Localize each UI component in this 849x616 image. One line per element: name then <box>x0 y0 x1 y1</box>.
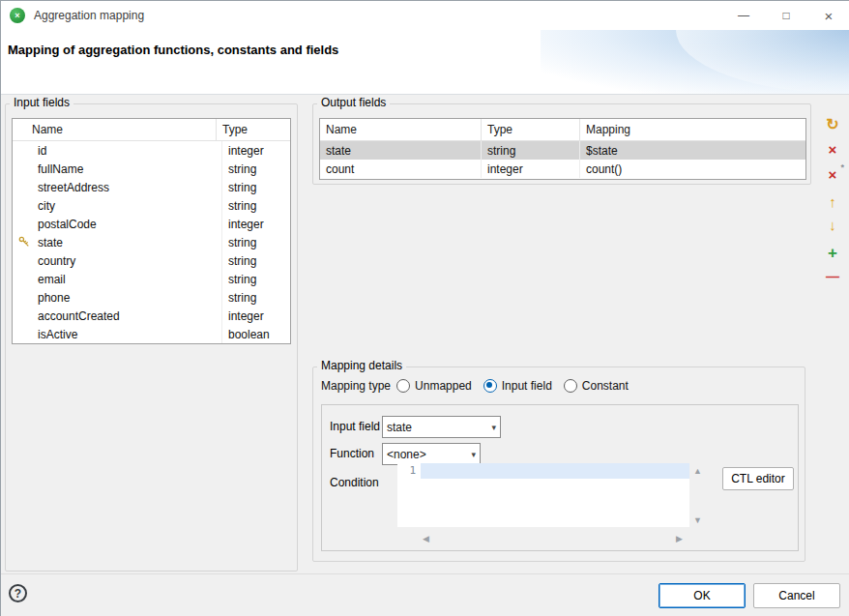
maximize-icon[interactable]: □ <box>765 1 807 30</box>
table-row[interactable]: count integer count() <box>320 160 805 178</box>
scroll-right-icon[interactable]: ▶ <box>676 534 683 543</box>
radio-label: Input field <box>502 379 552 393</box>
aggregation-mapping-dialog: × Aggregation mapping — □ × Mapping of a… <box>0 0 849 616</box>
column-header-type[interactable]: Type <box>217 119 290 140</box>
cell-type: string <box>222 251 290 270</box>
input-fields-group-label: Input fields <box>10 96 73 109</box>
column-header-type[interactable]: Type <box>482 119 580 140</box>
output-table-header: Name Type Mapping <box>320 119 805 141</box>
cell-name-text: state <box>38 236 63 249</box>
function-label: Function <box>330 447 374 460</box>
header-gradient-decoration <box>541 30 849 94</box>
radio-circle <box>564 379 577 393</box>
add-field-icon[interactable]: + <box>822 245 843 262</box>
cell-type: string <box>222 196 290 215</box>
cell-type: string <box>222 233 290 251</box>
key-icon <box>18 236 30 248</box>
table-row[interactable]: phone string <box>13 288 290 307</box>
cell-type: string <box>222 288 290 307</box>
table-row[interactable]: email string <box>13 270 290 288</box>
cell-type: boolean <box>222 325 290 343</box>
move-up-icon[interactable]: ↑ <box>822 192 843 210</box>
window-title: Aggregation mapping <box>34 9 144 22</box>
condition-label: Condition <box>330 476 379 489</box>
output-fields-table: Name Type Mapping state string $state co… <box>319 118 806 180</box>
table-row[interactable]: id integer <box>13 141 290 160</box>
delete-all-glyph: × <box>829 166 837 183</box>
cell-type: string <box>222 270 290 288</box>
cell-mapping: count() <box>580 160 805 178</box>
line-number: 1 <box>409 464 416 477</box>
cell-name: country <box>13 251 222 270</box>
ok-button[interactable]: OK <box>659 583 746 608</box>
app-icon: × <box>10 8 25 23</box>
condition-editor[interactable]: 1 <box>397 463 689 527</box>
radio-circle-selected <box>483 379 497 393</box>
close-icon[interactable]: × <box>807 1 849 30</box>
table-row[interactable]: state string <box>13 233 290 251</box>
function-select[interactable]: <none> ▾ <box>382 443 481 465</box>
delete-all-badge: * <box>840 162 844 172</box>
condition-code-area[interactable] <box>421 463 689 527</box>
cell-name: email <box>13 270 222 288</box>
chevron-down-icon: ▾ <box>491 423 496 432</box>
table-row[interactable]: accountCreated integer <box>13 307 290 325</box>
cell-name: postalCode <box>13 215 222 233</box>
cell-type: string <box>222 160 290 178</box>
radio-unmapped[interactable]: Unmapped <box>396 379 472 393</box>
input-field-select[interactable]: state ▾ <box>382 416 501 438</box>
radio-circle <box>396 379 410 393</box>
input-table-header: Name Type <box>13 119 290 141</box>
mapping-type-row: Mapping type Unmapped Input field Consta… <box>321 379 640 393</box>
cell-type: integer <box>222 307 290 325</box>
table-row[interactable]: fullName string <box>13 160 290 178</box>
radio-label: Unmapped <box>415 379 472 393</box>
delete-mapping-icon[interactable]: × <box>822 140 843 158</box>
move-down-icon[interactable]: ↓ <box>822 216 843 233</box>
table-row[interactable]: isActive boolean <box>13 325 290 343</box>
radio-input-field[interactable]: Input field <box>483 379 552 393</box>
radio-constant[interactable]: Constant <box>564 379 629 393</box>
table-row[interactable]: country string <box>13 251 290 270</box>
output-fields-group-label: Output fields <box>317 96 390 109</box>
dialog-header: Mapping of aggregation functions, consta… <box>1 30 849 95</box>
help-icon[interactable]: ? <box>9 584 27 602</box>
line-number-gutter: 1 <box>397 463 421 527</box>
remove-field-icon[interactable]: — <box>822 268 843 285</box>
output-fields-group: Output fields Name Type Mapping state st… <box>312 103 811 185</box>
current-line-highlight <box>421 463 689 479</box>
chevron-down-icon: ▾ <box>471 450 476 459</box>
window-controls: — □ × <box>722 1 849 30</box>
cell-type: integer <box>222 215 290 233</box>
cell-name: count <box>320 160 482 178</box>
input-field-label: Input field <box>330 420 380 433</box>
table-row[interactable]: city string <box>13 196 290 215</box>
scroll-left-icon[interactable]: ◀ <box>423 534 429 543</box>
mapping-details-panel: Input field state ▾ Function <none> ▾ Co… <box>321 404 799 551</box>
cell-type: string <box>482 141 580 160</box>
column-header-mapping[interactable]: Mapping <box>580 119 805 140</box>
minimize-icon[interactable]: — <box>722 1 765 30</box>
cancel-button[interactable]: Cancel <box>753 583 840 608</box>
cell-name: accountCreated <box>13 307 222 325</box>
scroll-down-icon[interactable]: ▼ <box>693 515 702 525</box>
cell-name: streetAddress <box>13 178 222 196</box>
table-row-selected[interactable]: state string $state <box>320 141 805 160</box>
cell-type: string <box>222 178 290 196</box>
cell-name: fullName <box>13 160 222 178</box>
input-fields-table: Name Type id integer fullName string str… <box>12 118 291 344</box>
column-header-name[interactable]: Name <box>13 119 217 140</box>
cell-name: state <box>13 233 222 251</box>
footer-separator <box>1 573 849 574</box>
delete-all-mappings-icon[interactable]: ×* <box>822 165 843 183</box>
column-header-name[interactable]: Name <box>320 119 482 140</box>
ctl-editor-button[interactable]: CTL editor <box>722 467 794 490</box>
auto-map-icon[interactable]: ↻ <box>822 115 843 132</box>
scroll-up-icon[interactable]: ▲ <box>693 466 702 476</box>
mapping-details-group-label: Mapping details <box>317 359 406 372</box>
function-value: <none> <box>387 448 465 461</box>
cell-type: integer <box>222 141 290 160</box>
table-row[interactable]: streetAddress string <box>13 178 290 196</box>
table-row[interactable]: postalCode integer <box>13 215 290 233</box>
input-field-value: state <box>387 421 485 434</box>
